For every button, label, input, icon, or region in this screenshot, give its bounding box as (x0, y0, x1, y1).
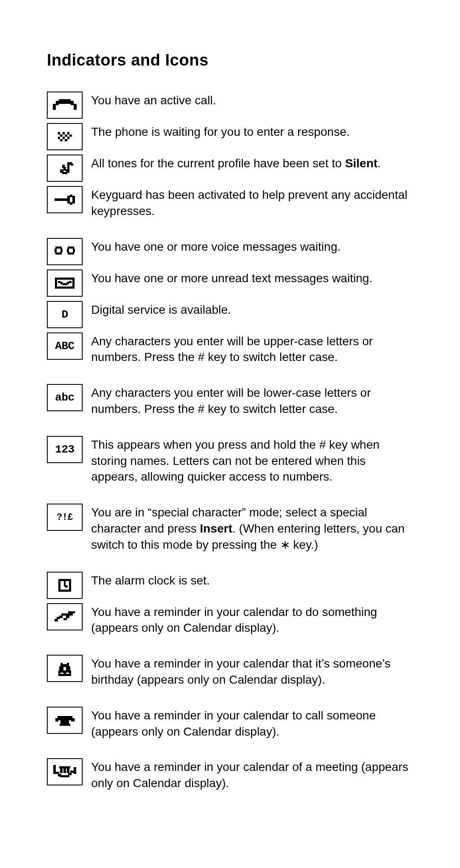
svg-rect-76 (56, 772, 59, 774)
document-page: Indicators and Icons You have an active … (0, 0, 460, 868)
svg-rect-44 (67, 282, 69, 284)
lowercase-mode-icon: abc (47, 384, 83, 411)
svg-rect-7 (67, 132, 70, 135)
indicator-row: The phone is waiting for you to enter a … (38, 123, 422, 150)
svg-rect-61 (58, 670, 60, 676)
svg-rect-62 (69, 670, 71, 676)
svg-rect-9 (65, 135, 67, 137)
indicator-desc: Digital service is available. (91, 301, 231, 318)
svg-rect-82 (60, 768, 62, 773)
indicator-desc: This appears when you press and hold the… (91, 436, 415, 485)
svg-rect-69 (55, 718, 59, 722)
svg-rect-17 (60, 169, 64, 173)
svg-rect-45 (69, 281, 71, 283)
waiting-response-icon (47, 123, 83, 150)
indicator-row: All tones for the current profile have b… (38, 155, 422, 182)
svg-rect-4 (74, 104, 77, 110)
svg-rect-30 (55, 248, 57, 252)
indicator-row: You have a reminder in your calendar to … (38, 603, 422, 636)
svg-rect-29 (55, 246, 61, 249)
active-call-icon (47, 92, 83, 119)
indicator-desc: You have one or more voice messages wait… (91, 238, 341, 255)
svg-rect-10 (69, 135, 72, 137)
indicator-row: Keyguard has been activated to help prev… (38, 186, 422, 219)
indicator-row: D Digital service is available. (38, 301, 422, 328)
svg-rect-67 (67, 663, 69, 666)
svg-rect-41 (58, 281, 60, 283)
special-char-mode-icon: ?!£ (47, 504, 83, 531)
keyguard-icon (47, 186, 83, 213)
number-mode-icon: 123 (47, 436, 83, 463)
indicator-row: abc Any characters you enter will be low… (38, 384, 422, 417)
svg-rect-24 (55, 198, 67, 201)
indicator-desc: The alarm clock is set. (91, 572, 210, 589)
uppercase-mode-icon: ABC (47, 332, 83, 360)
svg-rect-81 (74, 768, 76, 774)
svg-rect-15 (65, 139, 67, 142)
svg-rect-79 (68, 773, 72, 775)
svg-rect-42 (60, 282, 63, 284)
svg-rect-58 (63, 618, 67, 620)
indicator-desc: You have one or more unread text message… (91, 269, 372, 286)
svg-rect-49 (69, 579, 71, 591)
svg-rect-39 (55, 278, 57, 289)
svg-rect-36 (68, 252, 74, 255)
svg-rect-80 (70, 771, 74, 773)
svg-rect-52 (55, 619, 58, 621)
indicator-row: You have a reminder in your calendar of … (38, 758, 422, 791)
svg-rect-27 (70, 202, 72, 205)
svg-rect-68 (63, 664, 67, 667)
svg-rect-35 (73, 248, 75, 252)
indicator-row: ABC Any characters you enter will be upp… (38, 332, 422, 366)
svg-rect-63 (63, 670, 66, 676)
svg-rect-28 (72, 196, 75, 203)
svg-rect-18 (66, 169, 70, 173)
svg-rect-0 (53, 104, 56, 110)
svg-rect-25 (67, 196, 70, 203)
svg-rect-57 (66, 616, 69, 618)
svg-rect-43 (63, 283, 67, 285)
voicemail-icon (47, 238, 83, 265)
svg-rect-78 (60, 775, 69, 777)
svg-rect-31 (60, 248, 63, 252)
indicator-row: You have one or more unread text message… (38, 269, 422, 297)
svg-rect-71 (58, 716, 72, 718)
calendar-call-icon (47, 707, 83, 734)
svg-rect-75 (53, 765, 55, 774)
indicator-desc: You have a reminder in your calendar tha… (91, 655, 415, 688)
svg-rect-51 (65, 585, 68, 587)
svg-rect-20 (62, 165, 65, 169)
svg-rect-13 (67, 137, 70, 139)
svg-rect-40 (72, 278, 75, 289)
silent-profile-icon (47, 155, 83, 182)
svg-rect-83 (63, 768, 66, 773)
svg-rect-14 (60, 139, 63, 142)
indicator-list: You have an active call. The phone is wa… (38, 92, 422, 791)
svg-rect-38 (55, 286, 75, 288)
svg-rect-37 (55, 278, 75, 280)
calendar-birthday-icon (47, 655, 83, 682)
indicator-row: 123 This appears when you press and hold… (38, 436, 422, 485)
indicator-row: ?!£ You are in “special character” mode;… (38, 504, 422, 553)
svg-rect-2 (59, 99, 71, 104)
indicator-row: You have one or more voice messages wait… (38, 238, 422, 265)
svg-rect-84 (67, 768, 69, 773)
indicator-desc: The phone is waiting for you to enter a … (91, 123, 350, 140)
indicator-desc: Keyguard has been activated to help prev… (91, 186, 415, 219)
svg-rect-33 (68, 246, 74, 249)
indicator-desc: Any characters you enter will be lower-c… (91, 384, 415, 417)
svg-rect-8 (60, 135, 63, 137)
svg-rect-1 (56, 101, 59, 106)
svg-rect-56 (68, 611, 75, 613)
svg-rect-54 (59, 616, 63, 618)
svg-rect-55 (61, 613, 73, 616)
indicator-desc: You have a reminder in your calendar to … (91, 603, 415, 636)
svg-rect-6 (63, 132, 65, 135)
indicator-desc: All tones for the current profile have b… (91, 155, 381, 172)
calendar-meeting-icon (47, 758, 83, 785)
calendar-reminder-icon (47, 603, 83, 630)
svg-rect-72 (58, 718, 71, 720)
svg-rect-85 (59, 766, 71, 768)
svg-rect-3 (71, 101, 74, 106)
page-title: Indicators and Icons (47, 51, 422, 69)
